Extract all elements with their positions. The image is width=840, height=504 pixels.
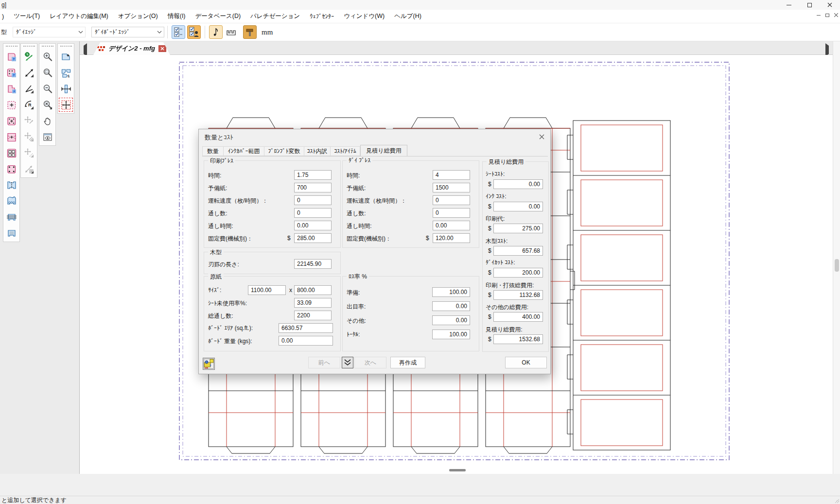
vertical-scrollbar[interactable] xyxy=(833,41,840,474)
board-area-field[interactable]: 6630.57 xyxy=(279,323,333,333)
die-edge-combo[interactable]: ﾀﾞｲｴｯｼﾞ xyxy=(13,27,86,37)
horizontal-scrollbar-thumb[interactable] xyxy=(449,469,466,471)
note-button[interactable] xyxy=(209,25,223,39)
menu-item-partial[interactable]: ) xyxy=(0,11,9,22)
hours-field[interactable]: 1.75 xyxy=(294,170,332,180)
board-weight-field[interactable]: 0.00 xyxy=(279,336,333,346)
corner-points-button[interactable] xyxy=(5,162,18,175)
tab-estimated-total[interactable]: 見積り総費用 xyxy=(360,145,407,156)
nest-shapes-button[interactable] xyxy=(5,130,18,143)
passes-field[interactable]: 0 xyxy=(294,208,332,218)
die-cut-cost-field[interactable]: 200.00 xyxy=(493,268,543,278)
tab-scroll-right-button[interactable] xyxy=(825,46,829,54)
zoom-extents-button[interactable] xyxy=(41,98,54,111)
passes-field[interactable]: 0 xyxy=(433,208,470,218)
dialog-titlebar[interactable]: 数量とｺｽﾄ xyxy=(199,129,550,144)
ok-button[interactable]: OK xyxy=(505,357,547,368)
menu-item-layout-edit[interactable]: レイアウトの編集(M) xyxy=(45,10,113,23)
other-total-field[interactable]: 400.00 xyxy=(493,312,543,322)
menu-item-help[interactable]: ヘルプ(H) xyxy=(389,10,426,23)
prev-button[interactable]: 前へ xyxy=(308,357,340,368)
move-diagonal-button[interactable] xyxy=(22,130,35,143)
press-settings-button[interactable] xyxy=(203,358,215,370)
pass-hours-field[interactable]: 0.00 xyxy=(433,221,470,230)
print-diecut-total-field[interactable]: 1132.68 xyxy=(493,290,543,300)
maximize-button[interactable] xyxy=(799,0,820,10)
measure-time-button[interactable] xyxy=(22,50,35,63)
rule-length-field[interactable]: 22145.90 xyxy=(294,259,332,269)
estimated-total-field[interactable]: 1532.68 xyxy=(493,334,543,344)
layers-user-check-button[interactable] xyxy=(187,25,201,39)
stretch-button[interactable] xyxy=(22,66,35,79)
add-shape-button[interactable] xyxy=(59,50,72,63)
regenerate-button[interactable]: 再作成 xyxy=(390,357,425,368)
vertical-scrollbar-thumb[interactable] xyxy=(835,259,839,272)
setup-waste-field[interactable]: 100.00 xyxy=(432,287,470,297)
menu-item-info[interactable]: 情報(I) xyxy=(163,10,191,23)
sheet-unused-field[interactable]: 33.09 xyxy=(294,298,332,308)
other-waste-field[interactable]: 0.00 xyxy=(432,315,470,325)
pan-button[interactable] xyxy=(41,114,54,127)
fixed-cost-field[interactable]: 120.00 xyxy=(433,233,470,243)
menu-item-palletization[interactable]: パレチゼーション xyxy=(245,10,305,23)
move-horizontal-button[interactable] xyxy=(22,114,35,127)
next-button[interactable]: 次へ xyxy=(354,357,386,368)
resize-grip[interactable] xyxy=(834,498,839,503)
move-copy-points-button[interactable] xyxy=(5,66,18,79)
run-speed-field[interactable]: 0 xyxy=(294,195,332,205)
total-waste-field[interactable]: 100.00 xyxy=(432,330,470,339)
pass-hours-field[interactable]: 0.00 xyxy=(294,221,332,230)
panel-divider-button[interactable] xyxy=(5,178,18,191)
angle-button[interactable] xyxy=(22,82,35,95)
zoom-out-button[interactable] xyxy=(41,82,54,95)
place-dashed-button[interactable] xyxy=(5,98,18,111)
tab-prompt-vars[interactable]: ﾌﾟﾛﾝﾌﾟﾄ変数 xyxy=(264,146,304,156)
mdi-close-icon[interactable] xyxy=(834,13,838,17)
pin-button[interactable] xyxy=(243,25,257,39)
partial-copy-button[interactable] xyxy=(5,82,18,95)
spare-sheets-field[interactable]: 1500 xyxy=(433,183,470,192)
yield-waste-field[interactable]: 0.00 xyxy=(432,301,470,311)
tab-scroll-left-button[interactable] xyxy=(84,46,87,54)
preview-window-button[interactable] xyxy=(41,130,54,143)
tab-cost-breakdown[interactable]: ｺｽﾄ内訳 xyxy=(304,146,331,156)
tab-cost-item[interactable]: ｺｽﾄ/ｱｲﾃﾑ xyxy=(331,146,360,156)
radius-button[interactable]: R xyxy=(22,98,35,111)
sheet-height-field[interactable]: 800.00 xyxy=(294,285,332,295)
zoom-window-button[interactable] xyxy=(41,66,54,79)
toolbar-grip[interactable] xyxy=(23,46,35,47)
move-distort-button[interactable] xyxy=(22,146,35,159)
die-board-edge-combo[interactable]: ﾀﾞｲﾎﾞｰﾄﾞｴｯｼﾞ xyxy=(91,27,164,37)
sheet-extents-button[interactable] xyxy=(59,98,72,111)
bridge-button[interactable] xyxy=(225,25,238,39)
mdi-minimize-icon[interactable] xyxy=(817,15,821,16)
menu-item-tools[interactable]: ツール(T) xyxy=(9,10,45,23)
menu-item-window[interactable]: ウィンドウ(W) xyxy=(339,10,389,23)
ink-cost-field[interactable]: 0.00 xyxy=(493,202,543,211)
jump-last-button[interactable] xyxy=(342,357,353,368)
menu-item-database[interactable]: データベース(D) xyxy=(191,10,246,23)
sheet-width-field[interactable]: 1100.00 xyxy=(248,285,286,295)
sheet-cost-field[interactable]: 0.00 xyxy=(493,179,543,189)
document-tab[interactable]: デザイン2 - mfg xyxy=(93,42,170,55)
die-board-cost-field[interactable]: 657.68 xyxy=(493,246,543,256)
tab-quantity[interactable]: 数量 xyxy=(202,146,224,156)
menu-item-webcenter[interactable]: ｳｪﾌﾞｾﾝﾀｰ xyxy=(305,11,339,22)
move-copy-button[interactable] xyxy=(5,50,18,63)
filled-panel-button[interactable] xyxy=(5,226,18,240)
run-speed-field[interactable]: 0 xyxy=(433,195,470,205)
close-button[interactable] xyxy=(820,0,840,10)
layers-check-button[interactable] xyxy=(172,25,185,39)
hours-field[interactable]: 4 xyxy=(433,170,470,180)
menu-item-options[interactable]: オプション(O) xyxy=(113,10,163,23)
perforation-panel-button[interactable] xyxy=(5,194,18,208)
toolbar-grip[interactable] xyxy=(6,46,18,47)
total-passes-field[interactable]: 2200 xyxy=(294,311,332,320)
toolbar-grip[interactable] xyxy=(42,46,53,47)
minimize-button[interactable] xyxy=(779,0,799,10)
toolbar-grip[interactable] xyxy=(60,46,72,47)
measure-width-button[interactable] xyxy=(59,82,72,95)
dialog-close-button[interactable] xyxy=(534,130,549,143)
printing-cost-field[interactable]: 275.00 xyxy=(493,224,543,233)
fixed-cost-field[interactable]: 285.00 xyxy=(294,233,332,243)
